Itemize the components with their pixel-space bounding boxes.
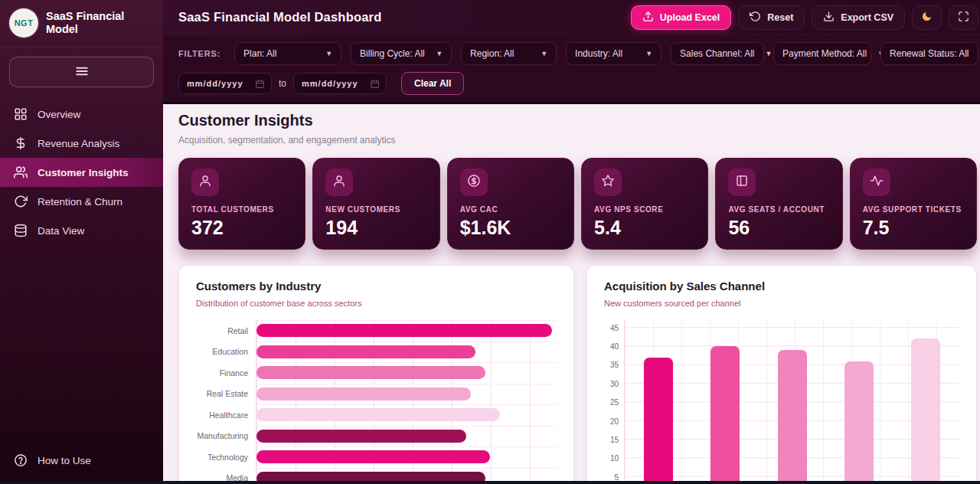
bar-slot (691, 320, 758, 484)
sidebar-toggle-button[interactable] (9, 57, 154, 87)
channel-bar-1[interactable] (644, 358, 673, 484)
moon-icon (921, 11, 933, 25)
dropdown-value: Payment Method: All (782, 48, 867, 59)
bar-manufacturing[interactable] (256, 430, 466, 443)
dashboard-title: SaaS Financial Model Dashboard (178, 10, 381, 25)
date-from-placeholder: mm/dd/yyyy (187, 79, 243, 88)
kpi-label: AVG SEATS / ACCOUNT (728, 205, 829, 214)
bar-row-real-estate: Real Estate (196, 384, 557, 405)
y-tick-label: 45 (610, 323, 619, 332)
kpi-value: 5.4 (594, 217, 695, 239)
bar-track (256, 342, 557, 363)
bar-education[interactable] (256, 345, 475, 358)
category-label: Real Estate (196, 389, 256, 398)
filter-dropdown-payment-method[interactable]: Payment Method: All▼ (773, 42, 871, 65)
sidebar-item-revenue-analysis[interactable]: Revenue Analysis (0, 129, 163, 158)
page-title: Customer Insights (178, 112, 977, 129)
filter-dropdown-industry[interactable]: Industry: All▼ (566, 42, 662, 65)
chart-title: Customers by Industry (196, 280, 557, 293)
app-logo: NGT (9, 8, 38, 38)
bar-finance[interactable] (256, 366, 485, 379)
bar-slot (825, 320, 892, 484)
theme-toggle-button[interactable] (912, 5, 942, 30)
kpi-icon-box (728, 168, 756, 196)
export-csv-button[interactable]: Export CSV (812, 5, 905, 30)
bar-track (256, 446, 557, 468)
bar-track (256, 320, 557, 342)
industry-bar-chart: RetailEducationFinanceReal EstateHealthc… (196, 320, 557, 484)
bar-retail[interactable] (256, 324, 552, 337)
star-icon (601, 174, 615, 191)
kpi-value: 194 (325, 217, 426, 239)
y-tick-label: 5 (614, 473, 619, 481)
clear-all-button[interactable]: Clear All (401, 72, 464, 95)
page-subtitle: Acquisition, segmentation, and engagemen… (178, 135, 977, 146)
filter-dropdowns: Plan: All▼Billing Cycle: All▼Region: All… (234, 42, 978, 65)
reset-icon (750, 11, 761, 25)
channel-bar-5[interactable] (911, 338, 940, 484)
calendar-icon (255, 79, 265, 89)
sidebar-item-retention-churn[interactable]: Retention & Churn (0, 187, 163, 216)
sidebar-item-customer-insights[interactable]: Customer Insights (0, 158, 163, 187)
category-label: Technology (196, 453, 256, 462)
channel-bar-4[interactable] (844, 361, 874, 484)
dropdown-value: Industry: All (575, 48, 622, 59)
sidebar-item-label: Revenue Analysis (38, 138, 119, 149)
bar-real-estate[interactable] (256, 388, 471, 401)
bar-slot (759, 320, 825, 484)
bar-slot (893, 320, 959, 484)
reset-button[interactable]: Reset (738, 5, 805, 30)
y-tick-label: 10 (610, 454, 619, 463)
channel-bar-chart: 51015202530354045 (604, 312, 959, 484)
filter-row-dates: mm/dd/yyyy to mm/dd/yyyy Clear All (178, 72, 978, 95)
kpi-label: AVG CAC (460, 205, 561, 214)
topbar: SaaS Financial Model Dashboard Upload Ex… (163, 0, 980, 34)
sidebar: NGT SaaS Financial Model OverviewRevenue… (0, 0, 163, 484)
chevron-down-icon: ▼ (436, 50, 443, 57)
filter-dropdown-plan[interactable]: Plan: All▼ (234, 42, 341, 65)
sidebar-item-overview[interactable]: Overview (0, 100, 163, 129)
fullscreen-button[interactable] (949, 5, 978, 30)
kpi-label: TOTAL CUSTOMERS (191, 205, 292, 214)
bar-row-education: Education (196, 342, 557, 363)
help-circle-icon (14, 453, 28, 467)
date-to-input[interactable]: mm/dd/yyyy (293, 73, 387, 94)
kpi-card-new-customers: NEW CUSTOMERS194 (312, 158, 439, 250)
y-axis: 51015202530354045 (604, 320, 624, 484)
columns-icon (735, 174, 749, 191)
y-tick-label: 40 (610, 342, 619, 351)
sidebar-item-data-view[interactable]: Data View (0, 216, 163, 245)
topbar-actions: Upload Excel Reset Export CSV (631, 5, 978, 30)
bar-track (256, 384, 557, 405)
y-tick-label: 25 (610, 398, 619, 407)
channel-bar-2[interactable] (710, 346, 740, 484)
date-from-input[interactable]: mm/dd/yyyy (178, 73, 272, 94)
filter-dropdown-sales-channel[interactable]: Sales Channel: All▼ (671, 42, 764, 65)
users-icon (14, 165, 28, 179)
chart-card-customers-by-industry: Customers by Industry Distribution of cu… (178, 265, 574, 484)
kpi-card-avg-support-tickets: AVG SUPPORT TICKETS7.5 (850, 158, 977, 250)
chart-card-acquisition-by-channel: Acquisition by Sales Channel New custome… (586, 265, 977, 484)
reset-label: Reset (767, 12, 793, 23)
kpi-label: NEW CUSTOMERS (325, 205, 426, 214)
upload-excel-button[interactable]: Upload Excel (631, 5, 732, 30)
bar-healthcare[interactable] (256, 408, 500, 421)
kpi-icon-box (325, 168, 353, 196)
filters-label: FILTERS: (178, 49, 220, 58)
dollar-icon (14, 136, 28, 150)
sidebar-item-label: Customer Insights (38, 167, 129, 178)
person-icon (198, 174, 212, 191)
dropdown-value: Renewal Status: All (890, 48, 969, 59)
date-separator: to (279, 78, 286, 89)
filter-dropdown-billing-cycle[interactable]: Billing Cycle: All▼ (351, 42, 452, 65)
y-tick-label: 20 (610, 417, 619, 425)
app-title: SaaS Financial Model (46, 10, 154, 35)
sidebar-item-how-to-use[interactable]: How to Use (0, 446, 163, 475)
chevron-down-icon: ▼ (325, 50, 332, 57)
filter-dropdown-region[interactable]: Region: All▼ (461, 42, 557, 65)
bar-technology[interactable] (256, 450, 490, 463)
bar-row-healthcare: Healthcare (196, 404, 557, 426)
channel-bar-3[interactable] (778, 350, 807, 484)
kpi-icon-box (594, 168, 622, 196)
filter-dropdown-renewal-status[interactable]: Renewal Status: All▼ (880, 42, 978, 65)
